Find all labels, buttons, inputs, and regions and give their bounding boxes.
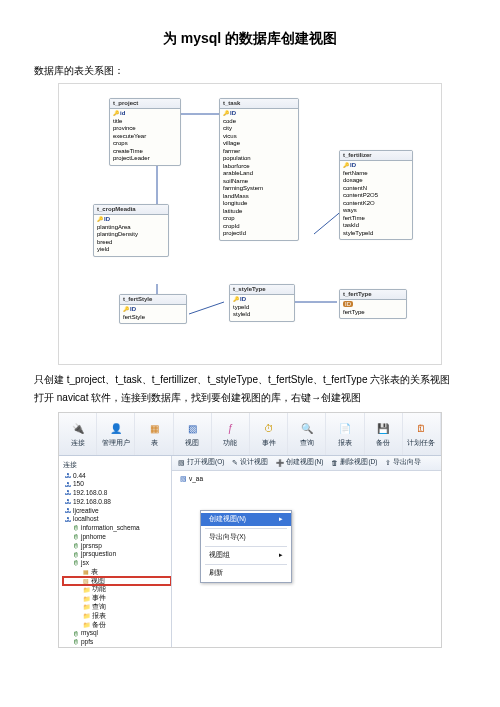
view-subtoolbar: ▧打开视图(O) ✎设计视图 ➕创建视图(N) 🗑删除视图(D) ⇪导出向导 xyxy=(172,456,441,471)
table-t_fertStyle: t_fertStyle ID fertStyle xyxy=(119,294,187,325)
toolbar-function[interactable]: ƒ功能 xyxy=(212,413,250,455)
er-diagram: t_project id title province executeYear … xyxy=(58,83,442,365)
tree-db[interactable]: 🛢mysql xyxy=(63,629,171,638)
para-navicat-steps: 打开 navicat 软件，连接到数据库，找到要创建视图的库，右键→创建视图 xyxy=(34,391,466,406)
page-title: 为 mysql 的数据库创建视图 xyxy=(34,30,466,48)
subtool-design-view[interactable]: ✎设计视图 xyxy=(232,458,268,467)
tree-folder-table[interactable]: ▦表 xyxy=(63,568,171,577)
database-icon: 🛢 xyxy=(73,533,79,541)
menu-divider xyxy=(205,546,287,547)
folder-icon: 📁 xyxy=(83,621,90,629)
toolbar-query[interactable]: 🔍查询 xyxy=(288,413,326,455)
navicat-sidebar: 连接 🖧0.44 🖧150 🖧192.168.0.8 🖧192.168.0.88… xyxy=(59,456,172,648)
database-icon: 🛢 xyxy=(73,542,79,550)
svg-line-3 xyxy=(189,302,224,314)
tree-folder[interactable]: 📁功能 xyxy=(63,585,171,594)
clock-icon: ⏱ xyxy=(260,420,278,438)
menu-divider xyxy=(205,564,287,565)
table-t_task: t_task ID code city vicus village farmer… xyxy=(219,98,299,241)
view-item[interactable]: ▧v_aa xyxy=(178,475,435,483)
tree-server[interactable]: 🖧192.168.0.88 xyxy=(63,498,171,507)
ctx-refresh[interactable]: 刷新 xyxy=(201,567,291,580)
sidebar-header: 连接 xyxy=(59,458,171,472)
chevron-right-icon: ▸ xyxy=(279,551,283,559)
table-t_fertType: t_fertType ID fertType xyxy=(339,289,407,320)
tree-folder-view-selected[interactable]: ▧视图 xyxy=(63,577,171,586)
navicat-toolbar: 🔌连接 👤管理用户 ▦表 ▧视图 ƒ功能 ⏱事件 🔍查询 📄报表 💾备份 🗓计划… xyxy=(59,413,441,456)
database-icon: 🛢 xyxy=(73,551,79,559)
folder-icon: ▦ xyxy=(83,568,89,576)
toolbar-table[interactable]: ▦表 xyxy=(135,413,173,455)
design-icon: ✎ xyxy=(232,459,238,467)
tree-db[interactable]: 🛢jsx xyxy=(63,559,171,568)
tree-server[interactable]: 🖧0.44 xyxy=(63,472,171,481)
toolbar-users[interactable]: 👤管理用户 xyxy=(97,413,135,455)
database-icon: 🛢 xyxy=(73,559,79,567)
tree-folder[interactable]: 📁查询 xyxy=(63,603,171,612)
toolbar-schedule[interactable]: 🗓计划任务 xyxy=(403,413,441,455)
server-icon: 🖧 xyxy=(65,516,71,524)
subtool-export[interactable]: ⇪导出向导 xyxy=(385,458,421,467)
plug-icon: 🔌 xyxy=(69,420,87,438)
ctx-create-view[interactable]: 创建视图(N) ▸ xyxy=(201,513,291,526)
subtool-create-view[interactable]: ➕创建视图(N) xyxy=(276,458,323,467)
navicat-screenshot: 🔌连接 👤管理用户 ▦表 ▧视图 ƒ功能 ⏱事件 🔍查询 📄报表 💾备份 🗓计划… xyxy=(58,412,442,648)
view-icon: ▧ xyxy=(178,459,185,467)
add-icon: ➕ xyxy=(276,459,284,467)
toolbar-view[interactable]: ▧视图 xyxy=(174,413,212,455)
server-icon: 🖧 xyxy=(65,472,71,480)
tree-db[interactable]: 🛢jprsquestion xyxy=(63,550,171,559)
table-t_fertilizer: t_fertilizer ID fertName dosage contentN… xyxy=(339,150,413,241)
export-icon: ⇪ xyxy=(385,459,391,467)
subtool-delete-view[interactable]: 🗑删除视图(D) xyxy=(331,458,377,467)
toolbar-backup[interactable]: 💾备份 xyxy=(365,413,403,455)
server-icon: 🖧 xyxy=(65,489,71,497)
table-header: t_project xyxy=(110,99,180,110)
tree-db[interactable]: 🛢jpnhome xyxy=(63,533,171,542)
subtool-open-view[interactable]: ▧打开视图(O) xyxy=(178,458,224,467)
navicat-main: ▧打开视图(O) ✎设计视图 ➕创建视图(N) 🗑删除视图(D) ⇪导出向导 ▧… xyxy=(172,456,441,648)
table-icon: ▦ xyxy=(145,420,163,438)
toolbar-event[interactable]: ⏱事件 xyxy=(250,413,288,455)
chevron-right-icon: ▸ xyxy=(279,515,283,523)
delete-icon: 🗑 xyxy=(331,459,338,466)
database-icon: 🛢 xyxy=(73,630,79,638)
database-icon: 🛢 xyxy=(73,638,79,646)
view-icon: ▧ xyxy=(183,420,201,438)
tree-db[interactable]: 🛢ppfs xyxy=(63,638,171,647)
tree-folder[interactable]: 📁报表 xyxy=(63,612,171,621)
ctx-export-wizard[interactable]: 导出向导(X) xyxy=(201,531,291,544)
tree-db[interactable]: 🛢information_schema xyxy=(63,524,171,533)
tree-server[interactable]: 🖧150 xyxy=(63,480,171,489)
tree-server-localhost[interactable]: 🖧localhost xyxy=(63,515,171,524)
server-icon: 🖧 xyxy=(65,507,71,515)
tree-folder[interactable]: 📁事件 xyxy=(63,594,171,603)
view-list: ▧v_aa xyxy=(172,471,441,487)
folder-icon: ▧ xyxy=(83,577,89,585)
tree-folder[interactable]: 📁备份 xyxy=(63,621,171,630)
calendar-icon: 🗓 xyxy=(412,420,430,438)
tree-server[interactable]: 🖧192.168.0.8 xyxy=(63,489,171,498)
para-relations-intro: 数据库的表关系图： xyxy=(34,64,466,79)
folder-icon: 📁 xyxy=(83,586,90,594)
tree-server[interactable]: 🖧ljcreative xyxy=(63,507,171,516)
search-icon: 🔍 xyxy=(298,420,316,438)
folder-icon: 📁 xyxy=(83,595,90,603)
database-icon: 🛢 xyxy=(73,524,79,532)
tree-db[interactable]: 🛢pointmeeting xyxy=(63,647,171,648)
server-icon: 🖧 xyxy=(65,481,71,489)
menu-divider xyxy=(205,528,287,529)
context-menu: 创建视图(N) ▸ 导出向导(X) 视图组 ▸ 刷新 xyxy=(200,510,292,583)
view-icon: ▧ xyxy=(180,475,187,483)
tree-db[interactable]: 🛢jprsnsp xyxy=(63,542,171,551)
table-t_project: t_project id title province executeYear … xyxy=(109,98,181,166)
connection-tree: 🖧0.44 🖧150 🖧192.168.0.8 🖧192.168.0.88 🖧l… xyxy=(59,472,171,648)
table-t_cropMeadia: t_cropMeadia ID plantingArea plantingDen… xyxy=(93,204,169,257)
ctx-view-group[interactable]: 视图组 ▸ xyxy=(201,549,291,562)
toolbar-connect[interactable]: 🔌连接 xyxy=(59,413,97,455)
toolbar-report[interactable]: 📄报表 xyxy=(326,413,364,455)
save-icon: 💾 xyxy=(374,420,392,438)
folder-icon: 📁 xyxy=(83,612,90,620)
folder-icon: 📁 xyxy=(83,603,90,611)
para-tables-list: 只创建 t_project、t_task、t_fertillizer、t_sty… xyxy=(34,373,466,388)
